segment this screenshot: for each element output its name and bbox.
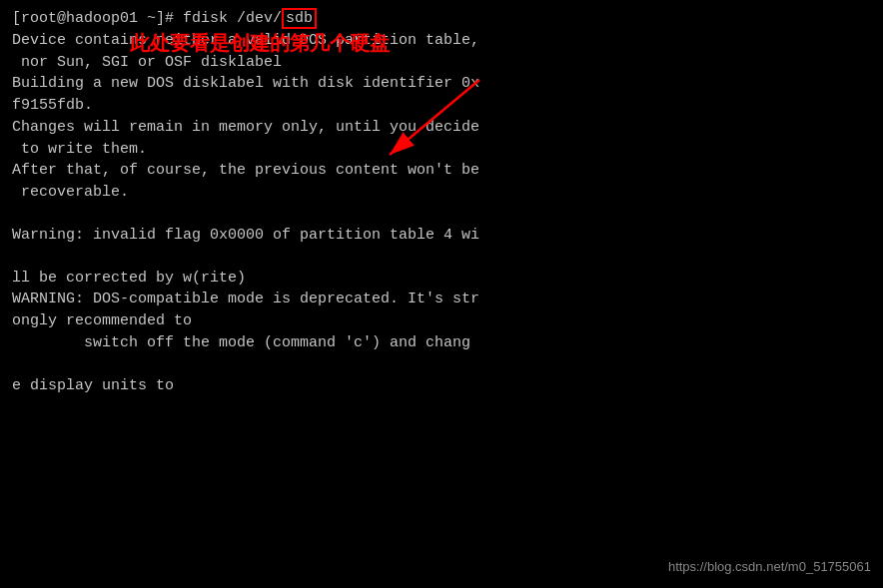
terminal-line: WARNING: DOS-compatible mode is deprecat… xyxy=(12,289,871,310)
terminal-line: After that, of course, the previous cont… xyxy=(12,160,871,182)
terminal-window: [root@hadoop01 ~]# fdisk /dev/sdb Device… xyxy=(0,0,883,588)
watermark: https://blog.csdn.net/m0_51755061 xyxy=(668,559,871,574)
annotation-text: 此处要看是创建的第几个硬盘 xyxy=(130,30,390,57)
terminal-line: Changes will remain in memory only, unti… xyxy=(12,117,871,139)
terminal-line: ll be corrected by w(rite) xyxy=(12,268,871,290)
terminal-line: recoverable. xyxy=(12,182,871,204)
terminal-line: ongly recommended to xyxy=(12,310,871,332)
highlight-sdb: sdb xyxy=(282,8,317,29)
empty-line xyxy=(12,247,871,268)
empty-line xyxy=(12,354,871,375)
terminal-line: Building a new DOS disklabel with disk i… xyxy=(12,73,871,95)
terminal-line: to write them. xyxy=(12,139,871,161)
empty-line xyxy=(12,204,871,225)
terminal-line: switch off the mode (command 'c') and ch… xyxy=(12,332,871,354)
terminal-line: Warning: invalid flag 0x0000 of partitio… xyxy=(12,225,871,247)
terminal-line: e display units to xyxy=(12,375,871,397)
terminal-line: f9155fdb. xyxy=(12,95,871,117)
terminal-line: [root@hadoop01 ~]# fdisk /dev/sdb xyxy=(12,8,871,30)
